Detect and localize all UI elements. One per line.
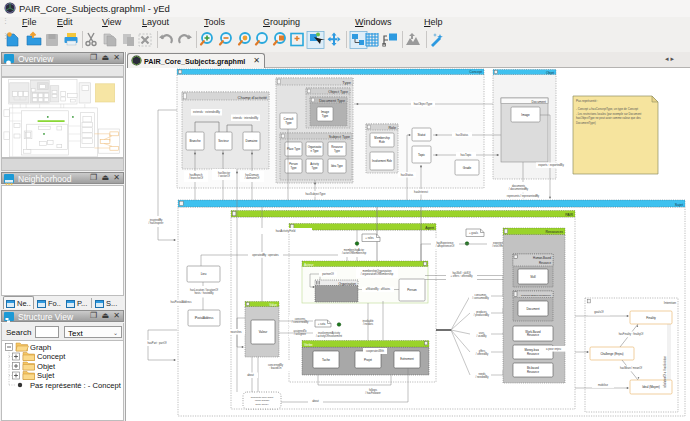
svg-text:hasObjectType: hasObjectType [414, 102, 433, 106]
svg-text:Document Type: Document Type [319, 99, 345, 103]
svg-text:Type: Type [342, 80, 351, 85]
svg-text:Tache: Tache [322, 358, 330, 362]
svg-text:exports : exportedBy: exports : exportedBy [538, 163, 564, 167]
svg-text:about: about [312, 399, 319, 403]
svg-text:Concept: Concept [37, 352, 66, 361]
svg-text:Objet: Objet [37, 362, 56, 371]
svg-text:Organisation: Organisation [338, 282, 356, 286]
svg-text:hasPostalAddress: hasPostalAddress [171, 300, 193, 304]
svg-text:Pas représenté : - Concept: Pas représenté : - Concept [30, 381, 122, 390]
svg-text:Valeur: Valeur [259, 330, 267, 334]
svg-text:Resource: Resource [527, 370, 539, 374]
svg-text:Champ d'activité: Champ d'activité [238, 95, 268, 100]
svg-text:Resource: Resource [527, 352, 539, 356]
svg-text:Value: Value [269, 303, 277, 307]
svg-text:Place Type: Place Type [287, 147, 301, 151]
svg-text:n Type: n Type [310, 149, 319, 153]
svg-text:/ aExperienceOf: / aExperienceOf [436, 244, 455, 248]
svg-text:Challenge (Enjeu): Challenge (Enjeu) [600, 352, 623, 356]
svg-text:Graph: Graph [30, 343, 51, 352]
svg-text:hasObjectType ne peut avoir co: hasObjectType ne peut avoir comme valeur… [576, 116, 641, 120]
svg-text:+ goals: + goals [469, 231, 479, 235]
svg-text:Branche: Branche [189, 139, 201, 143]
svg-text:mobilise: mobilise [598, 383, 608, 387]
svg-text:Type: Type [312, 166, 318, 170]
svg-text:/ domaineOf: / domaineOf [245, 176, 260, 180]
svg-text:Resource: Resource [527, 333, 539, 337]
svg-text:/ usedBy: / usedBy [476, 334, 487, 338]
svg-text:/ documentedBy: / documentedBy [509, 187, 529, 191]
svg-text:/ consumedBy: / consumedBy [472, 296, 489, 300]
svg-text:Grade: Grade [463, 166, 472, 170]
svg-text:/ brancheOf: / brancheOf [189, 176, 203, 180]
svg-text:hasFinality : finalityOf: hasFinality : finalityOf [619, 332, 644, 336]
svg-text:/ concernedBy: / concernedBy [292, 320, 309, 324]
svg-text:partnerOf: partnerOf [322, 272, 334, 276]
svg-text:Domaine: Domaine [245, 139, 257, 143]
svg-text:/ hasInspirer: / hasInspirer [149, 221, 164, 225]
svg-text:/ assignee: / assignee [294, 332, 306, 336]
svg-text:Role: Role [388, 126, 396, 130]
svg-text:Pas représenté :: Pas représenté : [576, 99, 598, 103]
svg-text:Subject Type: Subject Type [329, 135, 350, 139]
svg-text:Agent: Agent [425, 226, 434, 230]
svg-text:Type: Type [334, 149, 340, 153]
svg-text:/ invokes: / invokes [363, 322, 374, 326]
svg-text:Resource: Resource [539, 261, 551, 265]
svg-text:hasPart : partOf: hasPart : partOf [148, 341, 167, 345]
svg-text:Topic: Topic [418, 153, 426, 157]
svg-text:PAIR: PAIR [565, 213, 573, 217]
svg-text:affiliatedBy : affiliates: affiliatedBy : affiliates [366, 287, 391, 291]
svg-text:/ organizationOfMembership: / organizationOfMembership [361, 272, 394, 276]
svg-text:Skill: Skill [530, 275, 536, 279]
svg-text:: basedOn: : basedOn [270, 366, 283, 370]
svg-text:Evènement: Evènement [400, 357, 414, 361]
svg-text:- Les restrictions locales (pa: - Les restrictions locales (par exemple … [576, 112, 642, 116]
svg-text:N'importe quel Sujet: N'importe quel Sujet [251, 396, 274, 399]
svg-text:Ressources: Ressources [546, 230, 564, 234]
svg-text:goalsOf: goalsOf [594, 310, 604, 314]
svg-text:+ offers : offeredBy: + offers : offeredBy [451, 274, 474, 278]
svg-text:hasSubjectType: hasSubjectType [306, 192, 326, 196]
svg-text:Acteur: Acteur [304, 263, 314, 267]
svg-text:represents / representedBy: represents / representedBy [507, 194, 540, 198]
svg-text:hasStatus: hasStatus [456, 133, 469, 137]
svg-text:intends : intendedBy: intends : intendedBy [233, 116, 259, 120]
svg-text:Verbe: Verbe [304, 343, 313, 347]
svg-text:/ neededBy: / neededBy [475, 375, 489, 379]
svg-text:Statut: Statut [418, 133, 426, 137]
svg-text:Type: Type [322, 114, 329, 118]
svg-text:- Concept = hasConceptType, un: - Concept = hasConceptType, un type de C… [576, 107, 638, 111]
svg-text:boîte bleue): boîte bleue) [255, 403, 268, 406]
svg-text:Secteur: Secteur [218, 139, 228, 143]
svg-text:(idem grande: (idem grande [255, 399, 270, 402]
svg-text:hasStatus: hasStatus [401, 173, 414, 177]
svg-text:Concept: Concept [469, 70, 482, 74]
svg-text:Involvement Role: Involvement Role [372, 159, 393, 163]
svg-text:about: about [247, 373, 254, 377]
svg-text:Object Type: Object Type [328, 90, 348, 94]
svg-text:hosts : hostedBy: hosts : hostedBy [194, 291, 214, 295]
svg-text:/ activityOfInvolvement: / activityOfInvolvement [316, 334, 342, 338]
svg-text:hasInterest: hasInterest [414, 190, 428, 194]
svg-text:extends : extendedBy: extends : extendedBy [193, 110, 221, 114]
svg-text:+ sota: + sota [318, 322, 326, 326]
svg-text:Finality: Finality [646, 316, 656, 320]
svg-text:Intention: Intention [664, 301, 676, 305]
svg-text:Person: Person [407, 288, 417, 292]
svg-text:hasTopic: hasTopic [460, 153, 472, 157]
svg-text:a pour enjeu: a pour enjeu [546, 347, 561, 351]
svg-text:Objet: Objet [546, 71, 554, 75]
svg-text:Concept-Based Ressource: Concept-Based Ressource [521, 294, 551, 297]
svg-text:/ actorOfMembership: / actorOfMembership [342, 251, 367, 255]
svg-text:hasActivityField: hasActivityField [276, 229, 296, 233]
svg-text:hasMean / meanOf: hasMean / meanOf [620, 366, 642, 370]
svg-text:Role: Role [379, 140, 385, 144]
svg-text:Lieu: Lieu [201, 272, 207, 276]
svg-text:/ producedBy: / producedBy [474, 313, 490, 317]
svg-text:Type: Type [291, 166, 297, 170]
svg-text:Human-Based: Human-Based [533, 256, 551, 260]
svg-text:+ roles: + roles [365, 236, 374, 240]
svg-text:nourishes: nourishes [230, 330, 242, 334]
svg-text:DocumentType): DocumentType) [576, 121, 596, 125]
